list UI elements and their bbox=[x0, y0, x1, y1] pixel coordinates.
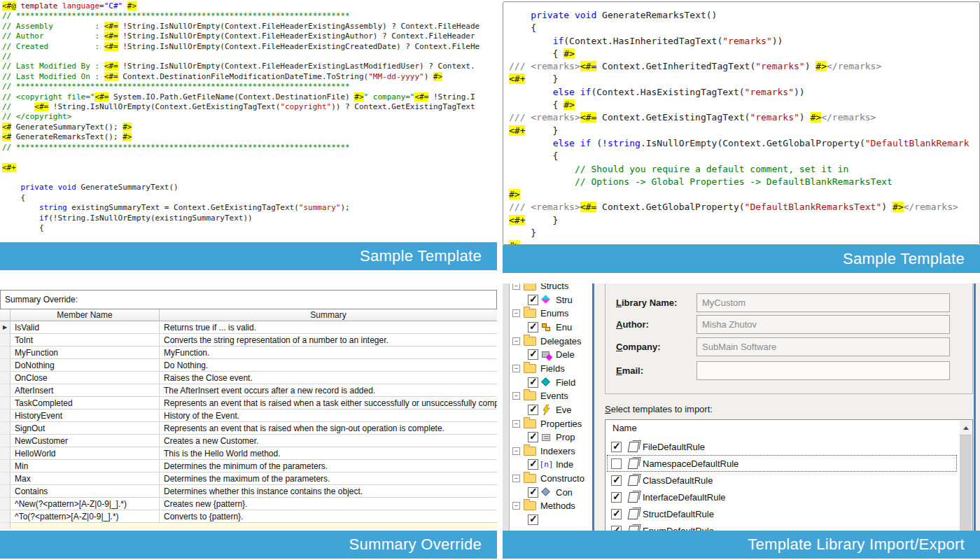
cell-summary[interactable]: Creates new {pattern}. bbox=[160, 498, 497, 510]
table-row[interactable]: ^New(?<pattern>[A-Z|0-9|_].*)Creates new… bbox=[0, 498, 497, 510]
table-row[interactable]: MyFunctionMyFunction. bbox=[0, 346, 497, 359]
table-row[interactable]: HelloWorldThis is the Hello World method… bbox=[0, 447, 497, 460]
table-row[interactable]: NewCustomerCreates a new Customer. bbox=[0, 435, 497, 447]
cell-member-name[interactable]: OnClose bbox=[10, 372, 160, 384]
table-row[interactable]: ▶IsValidReturns true if ... is valid. bbox=[0, 321, 497, 334]
template-list-item[interactable]: EnumDefaultRule bbox=[607, 522, 957, 531]
tree-node-fields[interactable]: −Fields bbox=[510, 362, 592, 375]
cell-member-name[interactable]: NewCustomer bbox=[10, 435, 160, 447]
tree-child-indexer[interactable]: [n]Inde bbox=[528, 458, 592, 471]
cell-summary[interactable]: Converts to {pattern}. bbox=[160, 510, 497, 523]
tree-child-enum[interactable]: Enu bbox=[528, 321, 592, 334]
checkbox-checked[interactable] bbox=[528, 514, 538, 525]
checkbox-checked[interactable] bbox=[611, 492, 622, 503]
tree-node-enums[interactable]: −Enums bbox=[510, 307, 592, 320]
tree-node-indexers[interactable]: −Indexers bbox=[510, 444, 592, 458]
row-selector[interactable] bbox=[0, 359, 10, 372]
row-selector[interactable] bbox=[0, 346, 10, 359]
cell-summary[interactable]: Creates a new Customer. bbox=[160, 435, 497, 447]
list-scrollbar[interactable] bbox=[960, 421, 972, 531]
cell-member-name[interactable]: ToInt bbox=[10, 334, 160, 346]
field-input-author[interactable] bbox=[696, 315, 950, 334]
cell-summary[interactable]: Raises the Close event. bbox=[160, 372, 497, 384]
list-column-name[interactable]: Name bbox=[612, 423, 637, 433]
row-selector[interactable] bbox=[0, 460, 10, 472]
tree-expander-icon[interactable]: − bbox=[512, 365, 520, 372]
grid-new-row[interactable] bbox=[0, 523, 497, 529]
tree-expander-icon[interactable]: − bbox=[512, 420, 520, 428]
cell-member-name[interactable]: AfterInsert bbox=[10, 384, 160, 397]
row-selector[interactable] bbox=[0, 435, 10, 447]
tree-expander-icon[interactable]: − bbox=[512, 475, 520, 482]
cell-summary[interactable]: Determines the maximum of the parameters… bbox=[160, 472, 497, 485]
field-input-email[interactable] bbox=[696, 361, 950, 380]
checkbox-checked[interactable] bbox=[528, 459, 538, 470]
cell-summary[interactable]: History of the Event. bbox=[160, 410, 497, 422]
code-editor[interactable]: private void GenerateRemarksText() { if(… bbox=[503, 2, 979, 244]
tree-child-method[interactable] bbox=[528, 513, 592, 526]
tree-node-methods[interactable]: −Methods bbox=[510, 499, 592, 512]
cell-member-name[interactable]: ^To(?<pattern>[A-Z|0-9|_].*) bbox=[10, 510, 160, 523]
table-row[interactable]: ContainsDetermines whether this instance… bbox=[0, 485, 497, 498]
tree-node-constructors[interactable]: −Constructo bbox=[510, 472, 592, 485]
cell-summary[interactable]: The AfterInsert event occurs after a new… bbox=[160, 384, 497, 397]
checkbox-checked[interactable] bbox=[611, 509, 622, 519]
row-selector[interactable] bbox=[0, 410, 10, 422]
code-editor[interactable]: <#@ template language="C#" #>// ********… bbox=[0, 0, 497, 242]
tree-child-constructor[interactable]: Con bbox=[528, 486, 592, 499]
template-list-item[interactable]: NamespaceDefaultRule bbox=[607, 455, 957, 472]
table-row[interactable]: OnCloseRaises the Close event. bbox=[0, 372, 497, 384]
row-selector[interactable] bbox=[0, 334, 10, 346]
table-row[interactable]: DoNothingDo Nothing. bbox=[0, 359, 497, 372]
cell-summary[interactable]: MyFunction. bbox=[160, 346, 497, 359]
table-row[interactable]: TaskCompletedRepresents an event that is… bbox=[0, 397, 497, 410]
table-row[interactable]: MaxDetermines the maximum of the paramet… bbox=[0, 472, 497, 485]
cell-member-name[interactable]: DoNothing bbox=[10, 359, 160, 372]
table-row[interactable]: ToIntConverts the string representation … bbox=[0, 334, 497, 346]
row-selector[interactable]: ▶ bbox=[0, 321, 10, 334]
row-selector[interactable] bbox=[0, 372, 10, 384]
row-selector[interactable] bbox=[0, 472, 10, 485]
tree-expander-icon[interactable]: − bbox=[512, 337, 520, 345]
tree-child-struct[interactable]: Stru bbox=[528, 293, 592, 307]
tree-child-delegate[interactable]: Dele bbox=[528, 348, 592, 361]
checkbox-checked[interactable] bbox=[611, 526, 622, 531]
tree-expander-icon[interactable]: − bbox=[512, 309, 520, 317]
cell-member-name[interactable]: Min bbox=[10, 460, 160, 472]
cell-member-name[interactable]: TaskCompleted bbox=[10, 397, 160, 410]
field-input-company[interactable] bbox=[696, 337, 950, 356]
template-list-item[interactable]: StructDefaultRule bbox=[607, 505, 957, 522]
tree-node-delegates[interactable]: −Delegates bbox=[510, 335, 592, 348]
template-list-item[interactable]: InterfaceDefaultRule bbox=[607, 489, 957, 505]
tree-scrollbar[interactable] bbox=[503, 284, 510, 531]
cell-member-name[interactable]: HistoryEvent bbox=[10, 410, 160, 422]
column-header-summary[interactable]: Summary bbox=[160, 309, 497, 321]
cell-member-name[interactable]: HelloWorld bbox=[10, 447, 160, 460]
checkbox-checked[interactable] bbox=[528, 377, 538, 388]
cell-summary[interactable]: Converts the string representation of a … bbox=[160, 334, 497, 346]
tree-node-events[interactable]: −Events bbox=[510, 389, 592, 402]
row-selector[interactable] bbox=[0, 510, 10, 523]
tree-expander-icon[interactable]: − bbox=[512, 392, 520, 400]
cell-summary[interactable]: Determines whether this instance contain… bbox=[160, 485, 497, 498]
cell-summary[interactable]: Do Nothing. bbox=[160, 359, 497, 372]
tree-child-event[interactable]: Eve bbox=[528, 403, 592, 416]
scroll-up-button[interactable] bbox=[960, 421, 972, 435]
cell-summary[interactable]: Determines the minimum of the parameters… bbox=[160, 460, 497, 472]
table-row[interactable]: ^To(?<pattern>[A-Z|0-9|_].*)Converts to … bbox=[0, 510, 497, 523]
tree-expander-icon[interactable]: − bbox=[512, 284, 520, 290]
table-row[interactable]: HistoryEventHistory of the Event. bbox=[0, 410, 497, 422]
cell-member-name[interactable]: ^New(?<pattern>[A-Z|0-9|_].*) bbox=[10, 498, 160, 510]
table-row[interactable]: MinDetermines the minimum of the paramet… bbox=[0, 460, 497, 472]
cell-summary[interactable]: This is the Hello World method. bbox=[160, 447, 497, 460]
cell-summary[interactable]: Returns true if ... is valid. bbox=[160, 321, 497, 334]
template-list-item[interactable]: ClassDefaultRule bbox=[607, 472, 957, 489]
table-row[interactable]: AfterInsertThe AfterInsert event occurs … bbox=[0, 384, 497, 397]
cell-member-name[interactable]: Contains bbox=[10, 485, 160, 498]
table-row[interactable]: SignOutRepresents an event that is raise… bbox=[0, 422, 497, 435]
tree-child-property[interactable]: Prop bbox=[528, 430, 592, 444]
tree-expander-icon[interactable]: − bbox=[512, 447, 520, 455]
checkbox-checked[interactable] bbox=[528, 405, 538, 415]
cell-member-name[interactable]: IsValid bbox=[10, 321, 160, 334]
row-selector[interactable] bbox=[0, 485, 10, 498]
